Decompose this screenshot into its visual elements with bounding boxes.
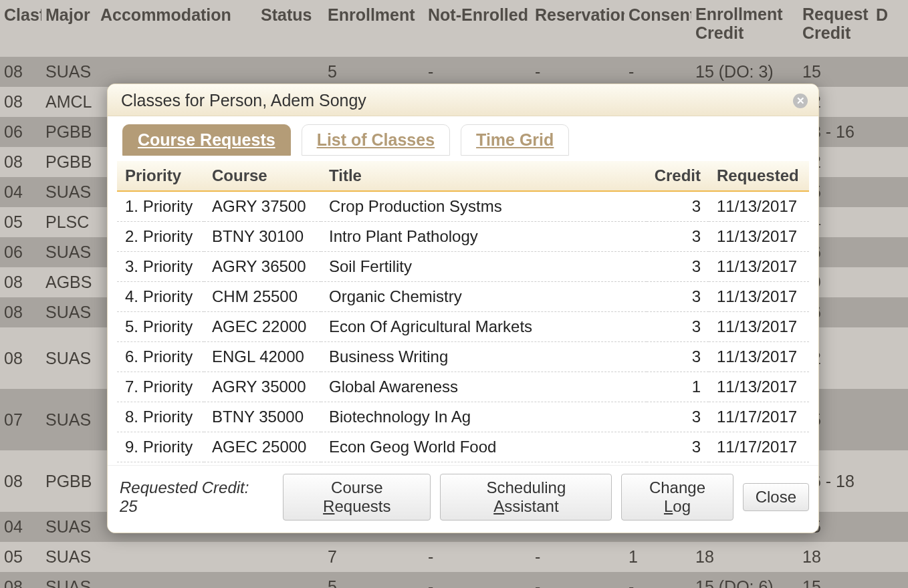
table-row[interactable]: 05SUAS7--11818 [0, 542, 908, 572]
col-enroll-credit-line2: Credit [695, 23, 744, 42]
col-request-credit[interactable]: Request Credit [798, 0, 872, 57]
cell: 7 [324, 542, 424, 572]
cell: SUAS [41, 297, 96, 327]
cell-credit: 3 [647, 312, 709, 342]
cell-priority: 6. Priority [117, 342, 204, 372]
dialog-titlebar: Classes for Person, Adem Songy ✕ [108, 84, 818, 116]
cell [872, 147, 908, 177]
col-status[interactable]: Status [257, 0, 324, 57]
cell: 08 [0, 87, 41, 117]
cell: 08 [0, 147, 41, 177]
cell: - [531, 57, 625, 87]
col-consent[interactable]: Consent [625, 0, 691, 57]
cell: 08 [0, 297, 41, 327]
cell: 5 [324, 57, 424, 87]
col-enrollment[interactable]: Enrollment [324, 0, 424, 57]
cell: - [424, 57, 531, 87]
cell: SUAS [41, 389, 96, 450]
col-clasf[interactable]: Clasf [0, 0, 41, 57]
cell-requested: 11/17/2017 [709, 402, 809, 432]
table-row[interactable]: 08SUAS5---15 (DO: 3)15 [0, 57, 908, 87]
cell [96, 57, 257, 87]
course-request-row[interactable]: 4. PriorityCHM 25500Organic Chemistry311… [117, 282, 809, 312]
course-request-row[interactable]: 3. PriorityAGRY 36500Soil Fertility311/1… [117, 252, 809, 282]
classes-dialog: Classes for Person, Adem Songy ✕ Course … [107, 84, 819, 533]
cell: 08 [0, 572, 41, 588]
col-major[interactable]: Major [41, 0, 96, 57]
cell-credit: 3 [647, 191, 709, 222]
cell [257, 542, 324, 572]
col-accommodation[interactable]: Accommodation [96, 0, 257, 57]
col-reservation[interactable]: Reservation [531, 0, 625, 57]
col-not-enrolled[interactable]: Not-Enrolled [424, 0, 531, 57]
close-button[interactable]: Close [743, 483, 809, 511]
scheduling-assistant-button[interactable]: Scheduling Assistant [440, 474, 612, 521]
dlg-col-credit[interactable]: Credit [647, 161, 709, 191]
cell-credit: 3 [647, 342, 709, 372]
cell-course: ENGL 42000 [204, 342, 321, 372]
cell-requested: 11/13/2017 [709, 282, 809, 312]
cell [96, 572, 257, 588]
course-request-row[interactable]: 8. PriorityBTNY 35000Biotechnology In Ag… [117, 402, 809, 432]
cell: 15 (DO: 3) [691, 57, 798, 87]
change-log-button[interactable]: Change Log [621, 474, 733, 521]
cell-title: Business Writing [321, 342, 647, 372]
cell [257, 572, 324, 588]
course-requests-button[interactable]: Course Requests [283, 474, 431, 521]
cell: AGBS [41, 267, 96, 297]
cell [872, 327, 908, 389]
cell-priority: 9. Priority [117, 432, 204, 462]
col-request-credit-line2: Credit [802, 23, 850, 42]
cell: 08 [0, 57, 41, 87]
cell [257, 57, 324, 87]
cell: SUAS [41, 542, 96, 572]
cell: PGBB [41, 147, 96, 177]
cell: 5 [324, 572, 424, 588]
cell: AMCL [41, 87, 96, 117]
tab-list-of-classes[interactable]: List of Classes [302, 124, 450, 156]
course-requests-table: Priority Course Title Credit Requested 1… [117, 161, 809, 462]
col-extra[interactable]: D [872, 0, 908, 57]
cell [872, 297, 908, 327]
cell-course: AGRY 35000 [204, 372, 321, 402]
cell-priority: 2. Priority [117, 222, 204, 252]
cell [872, 57, 908, 87]
course-request-row[interactable]: 7. PriorityAGRY 35000Global Awareness111… [117, 372, 809, 402]
dlg-col-requested[interactable]: Requested [709, 161, 809, 191]
course-request-row[interactable]: 5. PriorityAGEC 22000Econ Of Agricultura… [117, 312, 809, 342]
cell-priority: 8. Priority [117, 402, 204, 432]
course-request-row[interactable]: 2. PriorityBTNY 30100Intro Plant Patholo… [117, 222, 809, 252]
cell: 15 [798, 572, 872, 588]
course-request-row[interactable]: 9. PriorityAGEC 25000Econ Geog World Foo… [117, 432, 809, 462]
cell-credit: 3 [647, 222, 709, 252]
cell: 06 [0, 117, 41, 147]
col-enroll-credit[interactable]: Enrollment Credit [691, 0, 798, 57]
dlg-col-priority[interactable]: Priority [117, 161, 204, 191]
cell: - [424, 542, 531, 572]
cell [872, 237, 908, 267]
btn-cl-pre: Change [649, 478, 705, 496]
cell-priority: 3. Priority [117, 252, 204, 282]
cell: PLSC [41, 207, 96, 237]
cell: 06 [0, 237, 41, 267]
cell-course: BTNY 30100 [204, 222, 321, 252]
dialog-footer: Requested Credit: 25 Course Requests Sch… [108, 465, 818, 533]
close-icon[interactable]: ✕ [793, 94, 808, 108]
course-request-row[interactable]: 6. PriorityENGL 42000Business Writing311… [117, 342, 809, 372]
dlg-col-title[interactable]: Title [321, 161, 647, 191]
cell [872, 542, 908, 572]
course-request-row[interactable]: 1. PriorityAGRY 37500Crop Production Sys… [117, 191, 809, 222]
tab-time-grid[interactable]: Time Grid [461, 124, 569, 156]
dlg-col-course[interactable]: Course [204, 161, 321, 191]
cell: SUAS [41, 512, 96, 542]
cell: 05 [0, 542, 41, 572]
cell: 08 [0, 450, 41, 512]
btn-cr-ul: R [323, 497, 334, 515]
table-row[interactable]: 08SUAS5---15 (DO: 6)15 [0, 572, 908, 588]
cell [96, 542, 257, 572]
cell: SUAS [41, 177, 96, 207]
cell: 05 [0, 207, 41, 237]
tab-course-requests[interactable]: Course Requests [122, 124, 291, 156]
cell-title: Econ Of Agricultural Markets [321, 312, 647, 342]
cell [872, 512, 908, 542]
